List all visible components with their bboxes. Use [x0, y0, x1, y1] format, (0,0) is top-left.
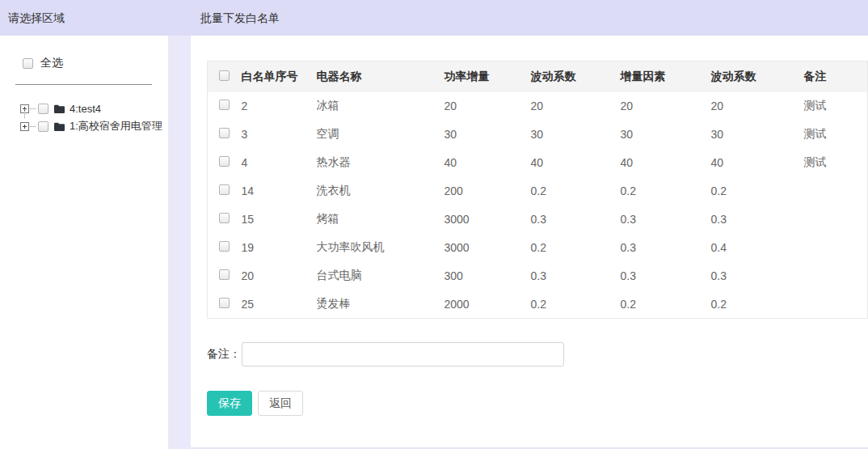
table-cell: 0.3	[621, 262, 711, 290]
table-cell: 0.3	[711, 262, 804, 290]
tree-expander-icon[interactable]	[20, 122, 29, 131]
row-checkbox[interactable]	[219, 298, 230, 308]
table-cell: 烫发棒	[317, 290, 445, 319]
column-header: 波动系数	[531, 61, 621, 92]
row-checkbox[interactable]	[219, 156, 230, 167]
tree-connector	[30, 108, 36, 109]
save-button[interactable]: 保存	[207, 391, 252, 416]
tree-item-checkbox[interactable]	[38, 121, 48, 132]
row-checkbox-cell	[208, 177, 242, 205]
row-checkbox-cell	[208, 92, 242, 121]
column-header: 白名单序号	[242, 61, 317, 92]
table-cell: 40	[711, 149, 804, 177]
table-row: 20台式电脑3000.30.30.3	[208, 262, 868, 290]
tree-item: 1:高校宿舍用电管理	[20, 118, 168, 134]
table-row: 14洗衣机2000.20.20.2	[208, 177, 868, 205]
tree-item-label[interactable]: 4:test4	[70, 103, 101, 115]
row-checkbox-cell	[208, 262, 242, 290]
row-checkbox-cell	[208, 234, 242, 262]
column-header: 增量因素	[621, 61, 711, 92]
row-checkbox-cell	[208, 205, 242, 234]
table-cell: 30	[445, 121, 531, 149]
row-checkbox-cell	[208, 290, 242, 319]
table-cell: 冰箱	[317, 92, 445, 121]
table-cell: 0.2	[621, 177, 711, 205]
remark-input[interactable]	[242, 342, 564, 366]
table-cell: 3000	[445, 205, 531, 234]
table-cell: 30	[531, 121, 621, 149]
region-panel-title: 请选择区域	[0, 0, 168, 36]
table-cell	[804, 234, 868, 262]
select-all-checkbox[interactable]	[23, 58, 33, 69]
table-row: 2冰箱20202020测试	[208, 92, 868, 121]
region-panel-body: 全选 4:test41:高校宿舍用电管理	[0, 36, 168, 449]
table-cell: 200	[445, 177, 531, 205]
column-header: 电器名称	[317, 61, 445, 92]
table-cell: 30	[711, 121, 804, 149]
table-cell: 20	[445, 92, 531, 121]
select-all-label: 全选	[40, 56, 63, 70]
table-header-row: 白名单序号电器名称功率增量波动系数增量因素波动系数备注	[208, 61, 868, 92]
tree-item: 4:test4	[20, 100, 168, 116]
table-cell: 0.2	[531, 234, 621, 262]
table-cell: 0.3	[621, 205, 711, 234]
page-title: 批量下发白名单	[191, 0, 868, 36]
remark-label: 备注：	[207, 347, 241, 362]
row-checkbox-cell	[208, 149, 242, 177]
table-cell: 2000	[445, 290, 531, 319]
table-row: 3空调30303030测试	[208, 121, 868, 149]
table-row: 15烤箱30000.30.30.3	[208, 205, 868, 234]
column-header: 波动系数	[711, 61, 804, 92]
row-checkbox[interactable]	[219, 241, 230, 252]
table-cell	[804, 177, 868, 205]
remark-row: 备注：	[207, 342, 868, 366]
select-all-rows-checkbox[interactable]	[219, 70, 230, 81]
tree-item-checkbox[interactable]	[38, 104, 48, 114]
table-cell: 2	[242, 92, 317, 121]
table-cell: 19	[242, 234, 317, 262]
table-cell: 4	[242, 149, 317, 177]
table-row: 19大功率吹风机30000.20.30.4	[208, 234, 868, 262]
table-cell: 测试	[804, 121, 868, 149]
row-checkbox[interactable]	[219, 269, 230, 280]
tree-connector	[30, 126, 36, 127]
whitelist-panel: 批量下发白名单 白名单序号电器名称功率增量波动系数增量因素波动系数备注 2冰箱2…	[191, 0, 868, 449]
table-cell: 20	[621, 92, 711, 121]
table-cell: 0.3	[531, 262, 621, 290]
table-cell: 0.4	[711, 234, 804, 262]
table-cell: 0.3	[711, 205, 804, 234]
table-cell: 3	[242, 121, 317, 149]
whitelist-panel-body: 白名单序号电器名称功率增量波动系数增量因素波动系数备注 2冰箱20202020测…	[191, 36, 868, 448]
table-cell	[804, 290, 868, 319]
column-header: 备注	[804, 61, 868, 92]
table-cell: 0.2	[531, 177, 621, 205]
select-all-row: 全选	[23, 56, 168, 70]
table-cell	[804, 262, 868, 290]
row-checkbox[interactable]	[219, 184, 230, 195]
header-checkbox-cell	[208, 61, 242, 92]
row-checkbox[interactable]	[219, 213, 230, 223]
table-cell: 烤箱	[317, 205, 445, 234]
column-header: 功率增量	[445, 61, 531, 92]
table-cell: 0.3	[531, 205, 621, 234]
table-cell: 测试	[804, 149, 868, 177]
table-cell: 30	[621, 121, 711, 149]
table-cell: 300	[445, 262, 531, 290]
table-cell	[804, 205, 868, 234]
row-checkbox[interactable]	[219, 128, 230, 138]
table-cell: 15	[242, 205, 317, 234]
table-cell: 40	[621, 149, 711, 177]
table-cell: 25	[242, 290, 317, 319]
table-cell: 20	[711, 92, 804, 121]
folder-icon	[53, 121, 65, 132]
button-row: 保存 返回	[207, 391, 868, 416]
back-button[interactable]: 返回	[258, 391, 303, 416]
table-cell: 空调	[317, 121, 445, 149]
tree-item-label[interactable]: 1:高校宿舍用电管理	[70, 119, 162, 133]
table-cell: 台式电脑	[317, 262, 445, 290]
row-checkbox[interactable]	[219, 100, 230, 110]
table-row: 4热水器40404040测试	[208, 149, 868, 177]
table-cell: 3000	[445, 234, 531, 262]
region-tree: 4:test41:高校宿舍用电管理	[20, 100, 168, 134]
table-cell: 20	[531, 92, 621, 121]
